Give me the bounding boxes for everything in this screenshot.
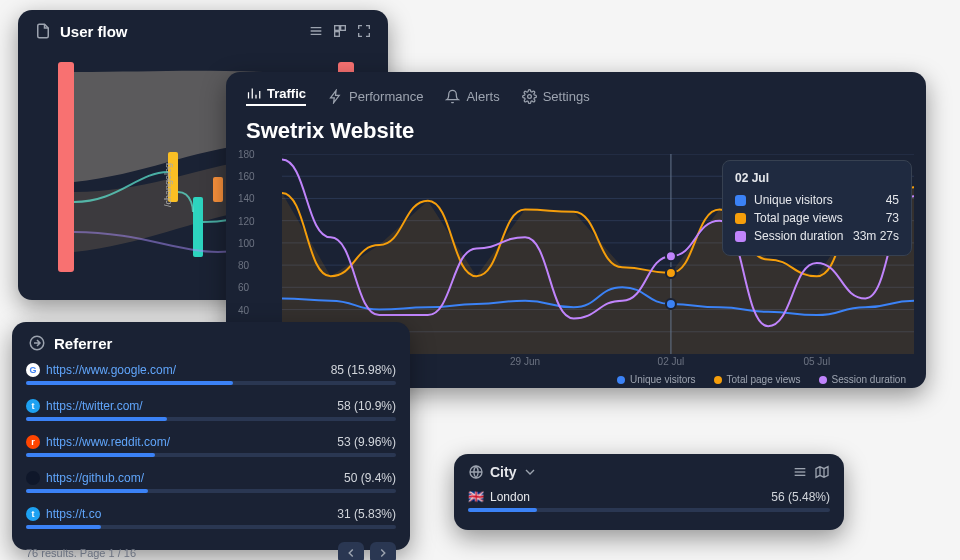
legend-item[interactable]: Session duration [819, 374, 907, 385]
referrer-row[interactable]: t https://twitter.com/ 58 (10.9%) [26, 394, 396, 430]
chart-tooltip: 02 Jul Unique visitors45Total page views… [722, 160, 912, 256]
bell-icon [445, 89, 460, 104]
svg-rect-9 [193, 197, 203, 257]
y-axis-tick: 60 [238, 282, 249, 293]
tab-performance[interactable]: Performance [328, 89, 423, 104]
svg-rect-6 [58, 62, 74, 272]
referrer-row[interactable]: r https://www.reddit.com/ 53 (9.96%) [26, 430, 396, 466]
y-axis-tick: 140 [238, 193, 255, 204]
list-view-icon[interactable] [308, 23, 324, 39]
grid-view-icon[interactable] [332, 23, 348, 39]
document-icon [34, 22, 52, 40]
arrow-circle-icon [28, 334, 46, 352]
referrer-panel: Referrer G https://www.google.com/ 85 (1… [12, 322, 410, 550]
referrer-url: https://twitter.com/ [46, 399, 143, 413]
x-axis-tick: 02 Jul [658, 356, 685, 367]
referrer-value: 31 (5.83%) [337, 507, 396, 521]
referrer-value: 50 (9.4%) [344, 471, 396, 485]
svg-rect-5 [335, 32, 340, 37]
legend-item[interactable]: Total page views [714, 374, 801, 385]
svg-point-23 [666, 299, 676, 309]
referrer-title: Referrer [54, 335, 112, 352]
referrer-row[interactable]: G https://www.google.com/ 85 (15.98%) [26, 358, 396, 394]
x-axis-tick: 05 Jul [803, 356, 830, 367]
tooltip-row: Unique visitors45 [735, 191, 899, 209]
svg-rect-4 [341, 26, 346, 31]
tab-settings[interactable]: Settings [522, 89, 590, 104]
referrer-value: 58 (10.9%) [337, 399, 396, 413]
globe-icon [468, 464, 484, 480]
referrer-value: 53 (9.96%) [337, 435, 396, 449]
y-axis-tick: 160 [238, 171, 255, 182]
referrer-row[interactable]: t https://t.co 31 (5.83%) [26, 502, 396, 538]
city-row[interactable]: 🇬🇧 London 56 (5.48%) [468, 484, 830, 521]
bar-chart-icon [246, 86, 261, 101]
referrer-url: https://t.co [46, 507, 101, 521]
tab-bar: Traffic Performance Alerts Settings [226, 72, 926, 114]
next-page-button[interactable] [370, 542, 396, 560]
city-title: City [490, 464, 516, 480]
svg-point-24 [666, 268, 676, 278]
twitter-icon: t [26, 507, 40, 521]
referrer-url: https://github.com/ [46, 471, 144, 485]
y-axis-tick: 120 [238, 215, 255, 226]
sankey-node-label: /changelog [163, 163, 173, 207]
city-value: 56 (5.48%) [771, 490, 830, 504]
referrer-value: 85 (15.98%) [331, 363, 396, 377]
city-name: London [490, 490, 530, 504]
page-title: Swetrix Website [226, 114, 926, 154]
city-panel: City 🇬🇧 London 56 (5.48%) [454, 454, 844, 530]
x-axis-tick: 29 Jun [510, 356, 540, 367]
reddit-icon: r [26, 435, 40, 449]
y-axis-tick: 180 [238, 149, 255, 160]
flag-icon: 🇬🇧 [468, 489, 484, 504]
prev-page-button[interactable] [338, 542, 364, 560]
legend-item[interactable]: Unique visitors [617, 374, 696, 385]
y-axis-tick: 40 [238, 304, 249, 315]
y-axis-tick: 80 [238, 260, 249, 271]
referrer-row[interactable]: https://github.com/ 50 (9.4%) [26, 466, 396, 502]
expand-icon[interactable] [356, 23, 372, 39]
svg-rect-3 [335, 26, 340, 31]
gear-icon [522, 89, 537, 104]
tab-traffic[interactable]: Traffic [246, 86, 306, 106]
tooltip-row: Session duration33m 27s [735, 227, 899, 245]
map-icon[interactable] [814, 464, 830, 480]
svg-rect-10 [213, 177, 223, 202]
referrer-url: https://www.google.com/ [46, 363, 176, 377]
tab-alerts[interactable]: Alerts [445, 89, 499, 104]
google-icon: G [26, 363, 40, 377]
user-flow-title: User flow [60, 23, 128, 40]
tooltip-date: 02 Jul [735, 171, 899, 185]
referrer-url: https://www.reddit.com/ [46, 435, 170, 449]
chevron-down-icon[interactable] [522, 464, 538, 480]
twitter-icon: t [26, 399, 40, 413]
bolt-icon [328, 89, 343, 104]
y-axis-tick: 100 [238, 237, 255, 248]
svg-point-12 [527, 94, 531, 98]
svg-point-25 [666, 251, 676, 261]
list-view-icon[interactable] [792, 464, 808, 480]
referrer-pagination-text: 76 results. Page 1 / 16 [26, 547, 136, 559]
tooltip-row: Total page views73 [735, 209, 899, 227]
github-icon [26, 471, 40, 485]
